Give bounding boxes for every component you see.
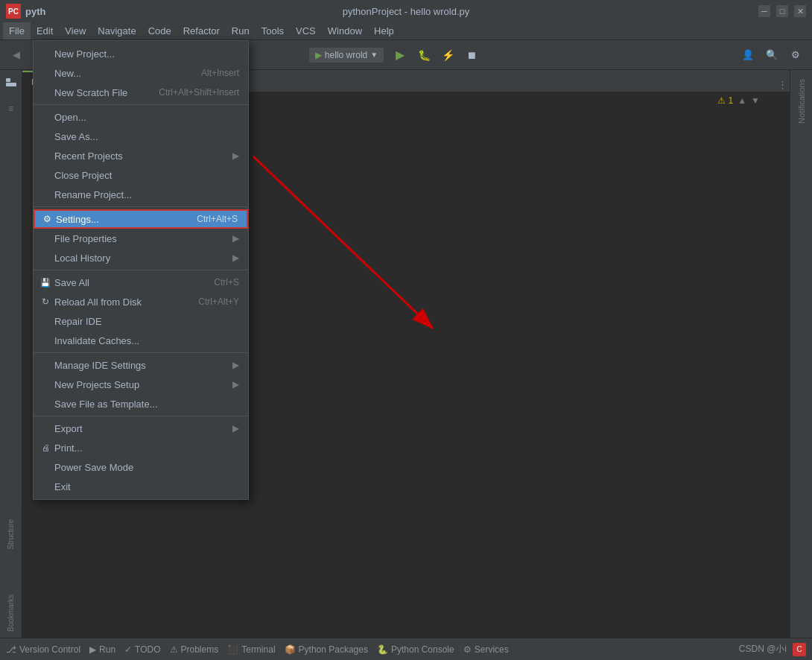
menu-item-power-save[interactable]: Power Save Mode xyxy=(34,457,248,477)
menu-item-new-scratch-file[interactable]: New Scratch File Ctrl+Alt+Shift+Insert xyxy=(34,83,248,102)
menu-edit[interactable]: Edit xyxy=(31,22,59,39)
new-shortcut: Alt+Insert xyxy=(186,68,239,78)
status-problems[interactable]: ⚠ Problems xyxy=(170,644,219,655)
menu-bar: File Edit View Navigate Code Refactor Ru… xyxy=(0,22,812,40)
left-sidebar: ≡ Structure Bookmarks xyxy=(0,70,22,638)
menu-item-invalidate-caches[interactable]: Invalidate Caches... xyxy=(34,331,248,350)
run-config-arrow: ▼ xyxy=(370,51,378,59)
separator-3 xyxy=(34,270,248,270)
svg-rect-0 xyxy=(6,78,10,82)
status-python-console[interactable]: 🐍 Python Console xyxy=(377,644,454,655)
window-controls: ─ □ ✕ xyxy=(758,5,806,17)
menu-view[interactable]: View xyxy=(59,22,92,39)
stop-button[interactable]: ⏹ xyxy=(461,45,482,66)
menu-item-new-project[interactable]: New Project... xyxy=(34,44,248,63)
open-label: Open... xyxy=(54,112,86,123)
sidebar-icon-2[interactable]: ≡ xyxy=(2,100,20,118)
file-dropdown-menu: New Project... New... Alt+Insert New Scr… xyxy=(33,40,249,500)
python-console-label: Python Console xyxy=(391,644,454,655)
notifications-label[interactable]: Notifications xyxy=(797,73,806,130)
status-version-control[interactable]: ⎇ Version Control xyxy=(6,644,80,655)
right-info-label: CSDN @小i xyxy=(739,643,787,656)
coverage-button[interactable]: ⚡ xyxy=(437,45,458,66)
menu-item-close-project[interactable]: Close Project xyxy=(34,165,248,185)
vcs-label: Version Control xyxy=(19,644,80,655)
menu-code[interactable]: Code xyxy=(142,22,177,39)
terminal-label: Terminal xyxy=(241,644,275,655)
status-services[interactable]: ⚙ Services xyxy=(463,644,509,655)
settings-button[interactable]: ⚙ xyxy=(785,45,806,66)
separator-4 xyxy=(34,352,248,353)
menu-run[interactable]: Run xyxy=(226,22,256,39)
vcs-icon: ⎇ xyxy=(6,644,16,655)
warnings-indicator: ⚠ 1 xyxy=(717,95,733,106)
menu-refactor[interactable]: Refactor xyxy=(177,22,226,39)
menu-item-rename-project[interactable]: Rename Project... xyxy=(34,185,248,204)
run-status-label: Run xyxy=(99,644,115,655)
menu-navigate[interactable]: Navigate xyxy=(92,22,142,39)
todo-icon: ✓ xyxy=(124,644,132,655)
menu-vcs[interactable]: VCS xyxy=(290,22,322,39)
run-button[interactable]: ▶ xyxy=(390,45,410,66)
terminal-icon: ⬛ xyxy=(227,644,238,655)
new-label: New... xyxy=(54,68,81,79)
reload-label: Reload All from Disk xyxy=(54,296,142,308)
separator-2 xyxy=(34,206,248,207)
debug-button[interactable]: 🐛 xyxy=(413,45,434,66)
back-button[interactable]: ◀ xyxy=(6,45,27,66)
structure-icon[interactable]: Structure xyxy=(7,516,15,553)
problems-icon: ⚠ xyxy=(170,644,178,655)
svg-rect-1 xyxy=(6,83,16,86)
save-file-template-label: Save File as Template... xyxy=(54,399,158,410)
menu-file[interactable]: File xyxy=(3,22,31,39)
menu-window[interactable]: Window xyxy=(322,22,368,39)
nav-down[interactable]: ▼ xyxy=(751,95,760,106)
exit-label: Exit xyxy=(54,481,71,492)
menu-item-file-properties[interactable]: File Properties ▶ xyxy=(34,229,248,248)
menu-item-manage-ide[interactable]: Manage IDE Settings ▶ xyxy=(34,355,248,375)
menu-item-repair-ide[interactable]: Repair IDE xyxy=(34,311,248,331)
sidebar-project-icon[interactable] xyxy=(2,73,20,91)
power-save-label: Power Save Mode xyxy=(54,462,133,473)
app-name-label: pyth xyxy=(25,6,45,17)
app-logo: PC xyxy=(6,4,21,19)
menu-item-reload-all[interactable]: ↻ Reload All from Disk Ctrl+Alt+Y xyxy=(34,292,248,311)
menu-item-recent-projects[interactable]: Recent Projects ▶ xyxy=(34,146,248,165)
menu-item-save-as[interactable]: Save As... xyxy=(34,127,248,146)
status-python-packages[interactable]: 📦 Python Packages xyxy=(285,644,368,655)
vcs-button[interactable]: 👤 xyxy=(738,45,758,66)
save-all-label: Save All xyxy=(54,277,89,288)
menu-item-local-history[interactable]: Local History ▶ xyxy=(34,248,248,267)
python-console-icon: 🐍 xyxy=(377,644,388,655)
menu-item-open[interactable]: Open... xyxy=(34,107,248,127)
menu-item-save-file-template[interactable]: Save File as Template... xyxy=(34,394,248,413)
menu-item-export[interactable]: Export ▶ xyxy=(34,419,248,438)
invalidate-caches-label: Invalidate Caches... xyxy=(54,335,139,346)
local-history-label: Local History xyxy=(54,253,110,264)
menu-item-settings[interactable]: ⚙ Settings... Ctrl+Alt+S xyxy=(34,209,248,229)
run-config-label: hello wrold xyxy=(325,50,367,60)
menu-item-new[interactable]: New... Alt+Insert xyxy=(34,63,248,83)
menu-item-exit[interactable]: Exit xyxy=(34,477,248,496)
menu-help[interactable]: Help xyxy=(368,22,400,39)
close-button[interactable]: ✕ xyxy=(794,5,806,17)
toolbar-right: 👤 🔍 ⚙ xyxy=(738,45,806,66)
bookmarks-icon[interactable]: Bookmarks xyxy=(7,591,15,635)
minimize-button[interactable]: ─ xyxy=(758,5,770,17)
status-terminal[interactable]: ⬛ Terminal xyxy=(227,644,275,655)
status-run[interactable]: ▶ Run xyxy=(89,644,115,655)
menu-item-new-projects-setup[interactable]: New Projects Setup ▶ xyxy=(34,375,248,394)
menu-item-print[interactable]: 🖨 Print... xyxy=(34,438,248,457)
run-status-icon: ▶ xyxy=(89,644,96,655)
menu-item-save-all[interactable]: 💾 Save All Ctrl+S xyxy=(34,273,248,292)
status-todo[interactable]: ✓ TODO xyxy=(124,644,160,655)
maximize-button[interactable]: □ xyxy=(776,5,788,17)
services-icon: ⚙ xyxy=(463,644,472,655)
search-button[interactable]: 🔍 xyxy=(761,45,782,66)
window-title: pythonProject - hello wrold.py xyxy=(343,6,470,17)
run-config-selector[interactable]: ▶ hello wrold ▼ xyxy=(309,48,384,63)
tab-overflow-button[interactable]: ⋮ xyxy=(775,77,790,92)
menu-tools[interactable]: Tools xyxy=(256,22,290,39)
settings-menu-icon: ⚙ xyxy=(41,213,53,225)
nav-up[interactable]: ▲ xyxy=(738,95,746,106)
